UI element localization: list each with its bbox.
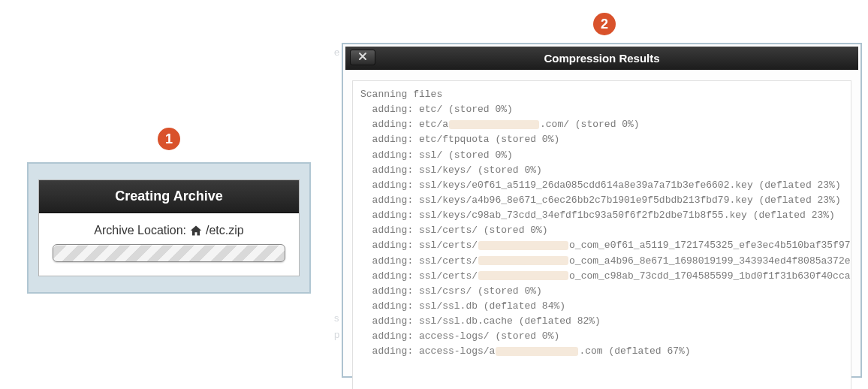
dialog-body: Archive Location: /etc.zip	[39, 213, 299, 276]
dialog-title: Creating Archive	[39, 180, 299, 213]
log-text: adding: ssl/keys/a4b96_8e671_c6ec26bb2c7…	[372, 194, 841, 206]
bg-fragment: s	[334, 312, 339, 324]
log-line: adding: ssl/ssl.db (deflated 84%)	[360, 299, 843, 314]
log-text: o_com_e0f61_a5119_1721745325_efe3ec4b510…	[569, 240, 851, 251]
log-line: adding: ssl/keys/ (stored 0%)	[360, 163, 843, 178]
log-line: adding: ssl/ (stored 0%)	[360, 148, 843, 163]
dialog-header: Compression Results	[345, 47, 858, 70]
log-line: adding: ssl/csrs/ (stored 0%)	[360, 284, 843, 299]
callout-number: 1	[165, 131, 173, 147]
close-icon-button[interactable]	[350, 50, 375, 65]
progress-bar	[53, 244, 285, 262]
log-text: adding: ssl/ssl.db (deflated 84%)	[372, 300, 565, 312]
archive-location-value: /etc.zip	[206, 224, 244, 237]
log-line: adding: ssl/certs/o_com_a4b96_8e671_1698…	[360, 254, 843, 269]
archive-location-label: Archive Location:	[94, 224, 186, 237]
log-text: o_com_c98ab_73cdd_1704585599_1bd0f1f31b6…	[569, 270, 851, 282]
callout-number: 2	[601, 17, 608, 32]
redacted-segment	[478, 241, 568, 250]
redacted-segment	[496, 347, 578, 356]
redacted-segment	[478, 271, 568, 280]
log-line: adding: access-logs/a.com (deflated 67%)	[360, 344, 843, 359]
log-text: adding: ssl/csrs/ (stored 0%)	[372, 285, 542, 297]
log-text: adding: ssl/ssl.db.cache (deflated 82%)	[372, 315, 601, 327]
redacted-segment	[449, 120, 539, 129]
log-line: adding: ssl/keys/e0f61_a5119_26da085cdd6…	[360, 178, 843, 193]
log-text: adding: etc/ftpquota (stored 0%)	[372, 134, 560, 145]
log-text: adding: access-logs/a	[372, 345, 496, 357]
callout-badge-2: 2	[593, 13, 616, 35]
creating-archive-dialog: Creating Archive Archive Location: /etc.…	[27, 162, 311, 294]
log-text: adding: etc/ (stored 0%)	[372, 104, 513, 115]
redacted-segment	[478, 256, 568, 265]
home-icon	[189, 225, 203, 237]
log-line: adding: ssl/ssl.db.cache (deflated 82%)	[360, 314, 843, 329]
log-text: adding: etc/a	[372, 119, 448, 130]
creating-archive-inner: Creating Archive Archive Location: /etc.…	[38, 179, 300, 276]
callout-badge-1: 1	[158, 128, 180, 150]
log-text: adding: ssl/keys/ (stored 0%)	[372, 164, 542, 176]
log-line: adding: ssl/certs/ (stored 0%)	[360, 223, 843, 238]
log-text: o_com_a4b96_8e671_1698019199_343934ed4f8…	[569, 255, 851, 267]
bg-fragment: e	[334, 47, 339, 58]
log-text: adding: ssl/certs/	[372, 240, 478, 251]
log-output[interactable]: Scanning filesadding: etc/ (stored 0%)ad…	[352, 80, 851, 389]
log-text: adding: access-logs/ (stored 0%)	[372, 330, 560, 342]
log-line: adding: ssl/keys/a4b96_8e671_c6ec26bb2c7…	[360, 193, 843, 208]
log-line: Scanning files	[360, 87, 843, 102]
log-text: .com (deflated 67%)	[579, 345, 690, 357]
log-text: adding: ssl/keys/e0f61_a5119_26da085cdd6…	[372, 179, 841, 191]
log-line	[360, 360, 843, 375]
log-line: adding: etc/ftpquota (stored 0%)	[360, 132, 843, 147]
log-line: adding: etc/a.com/ (stored 0%)	[360, 117, 843, 132]
log-line: adding: ssl/certs/o_com_e0f61_a5119_1721…	[360, 238, 843, 253]
log-line: adding: access-logs/ (stored 0%)	[360, 329, 843, 344]
log-text: adding: ssl/certs/	[372, 255, 478, 267]
dialog-body: Scanning filesadding: etc/ (stored 0%)ad…	[343, 72, 860, 389]
dialog-title: Compression Results	[544, 52, 659, 65]
log-text: adding: ssl/keys/c98ab_73cdd_34efdf1bc93…	[372, 210, 835, 221]
archive-location-row: Archive Location: /etc.zip	[53, 224, 285, 237]
log-text: adding: ssl/ (stored 0%)	[372, 149, 513, 161]
log-line: adding: ssl/certs/o_com_c98ab_73cdd_1704…	[360, 269, 843, 284]
log-text: adding: ssl/certs/	[372, 270, 478, 282]
close-icon	[358, 52, 367, 63]
log-text: adding: ssl/certs/ (stored 0%)	[372, 225, 548, 236]
log-text: .com/ (stored 0%)	[540, 119, 640, 130]
log-line: adding: etc/ (stored 0%)	[360, 102, 843, 117]
log-line	[360, 375, 843, 389]
bg-fragment: p	[334, 329, 339, 340]
log-line: adding: ssl/keys/c98ab_73cdd_34efdf1bc93…	[360, 208, 843, 223]
compression-results-dialog: Compression Results Scanning filesadding…	[342, 43, 862, 378]
